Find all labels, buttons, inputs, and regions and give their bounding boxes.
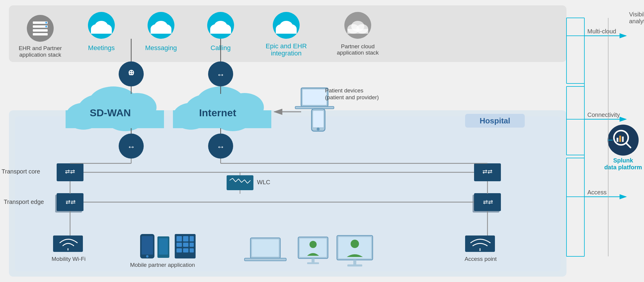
- mobile-partner-label: Mobile partner application: [130, 262, 195, 268]
- svg-rect-36: [347, 29, 368, 34]
- svg-rect-106: [142, 236, 153, 255]
- svg-rect-117: [177, 248, 182, 252]
- main-container: Hospital EHR and Partner application sta…: [0, 0, 644, 282]
- transport-core-label: Transport core: [1, 168, 40, 175]
- internet-label: Internet: [199, 107, 236, 118]
- epic-ehr-label: Epic and EHR: [266, 42, 307, 50]
- access-point-label: Access point: [465, 256, 497, 262]
- messaging-label: Messaging: [145, 44, 177, 52]
- patient-devices-label2: (patient and provider): [325, 94, 379, 100]
- svg-rect-112: [183, 236, 188, 241]
- connectivity-label: Connectivity: [587, 111, 620, 118]
- mobility-wifi-label: Mobility Wi-Fi: [52, 256, 86, 262]
- svg-rect-26: [210, 29, 231, 34]
- svg-rect-122: [244, 258, 286, 261]
- svg-text:↔: ↔: [127, 69, 135, 79]
- transport-edge-label: Transport edge: [4, 199, 44, 205]
- svg-rect-131: [353, 260, 356, 264]
- partner-cloud-label2: application stack: [337, 49, 379, 56]
- svg-rect-55: [303, 89, 326, 105]
- sdwan-label: SD-WAN: [90, 107, 131, 118]
- svg-rect-58: [313, 111, 323, 127]
- svg-point-11: [45, 26, 47, 27]
- svg-rect-147: [617, 138, 618, 142]
- svg-rect-132: [347, 264, 362, 266]
- svg-text:⇄⇄: ⇄⇄: [482, 168, 493, 175]
- svg-point-10: [45, 22, 47, 24]
- svg-rect-16: [91, 29, 112, 34]
- splunk-label: Splunk: [613, 157, 634, 164]
- svg-text:↔: ↔: [216, 142, 225, 151]
- svg-rect-126: [312, 258, 315, 263]
- svg-point-107: [146, 255, 148, 258]
- svg-point-130: [351, 240, 359, 248]
- svg-rect-115: [183, 243, 188, 247]
- svg-text:⇄⇄: ⇄⇄: [483, 199, 493, 205]
- svg-rect-21: [151, 29, 171, 34]
- svg-rect-109: [159, 238, 168, 255]
- svg-rect-116: [190, 243, 194, 247]
- svg-rect-127: [307, 262, 319, 264]
- svg-rect-111: [177, 236, 182, 241]
- svg-rect-119: [190, 248, 194, 252]
- meetings-label: Meetings: [88, 44, 114, 52]
- visibility-analytics-label: Visibility and: [629, 11, 644, 18]
- svg-point-59: [317, 128, 320, 131]
- ehr-partner-label: EHR and Partner: [19, 45, 62, 51]
- svg-rect-148: [619, 136, 621, 142]
- svg-text:⇄⇄: ⇄⇄: [66, 199, 76, 205]
- svg-rect-113: [190, 236, 194, 241]
- epic-ehr-label2: integration: [271, 49, 302, 57]
- patient-devices-label: Patient devices: [325, 87, 363, 94]
- svg-rect-84: [227, 175, 253, 190]
- svg-rect-114: [177, 243, 182, 247]
- hospital-label: Hospital: [480, 116, 510, 125]
- visibility-analytics-label2: analytics: [629, 18, 644, 24]
- svg-point-125: [309, 241, 317, 248]
- svg-rect-121: [252, 239, 279, 257]
- svg-text:⇄⇄: ⇄⇄: [65, 168, 75, 175]
- partner-cloud-label: Partner cloud: [341, 43, 374, 49]
- wlc-label: WLC: [257, 179, 270, 185]
- svg-rect-118: [183, 248, 188, 252]
- ehr-partner-label2: application stack: [19, 52, 61, 58]
- svg-point-5: [27, 15, 54, 42]
- diagram-svg: Hospital EHR and Partner application sta…: [0, 0, 644, 282]
- svg-rect-9: [33, 33, 48, 35]
- svg-rect-31: [276, 29, 297, 34]
- splunk-label2: data platform: [604, 164, 642, 171]
- svg-text:↔: ↔: [216, 70, 225, 79]
- svg-rect-149: [622, 137, 624, 142]
- svg-text:↔: ↔: [127, 142, 135, 151]
- access-label: Access: [587, 189, 606, 196]
- multicloud-label: Multi-cloud: [587, 28, 616, 35]
- svg-rect-8: [33, 29, 48, 32]
